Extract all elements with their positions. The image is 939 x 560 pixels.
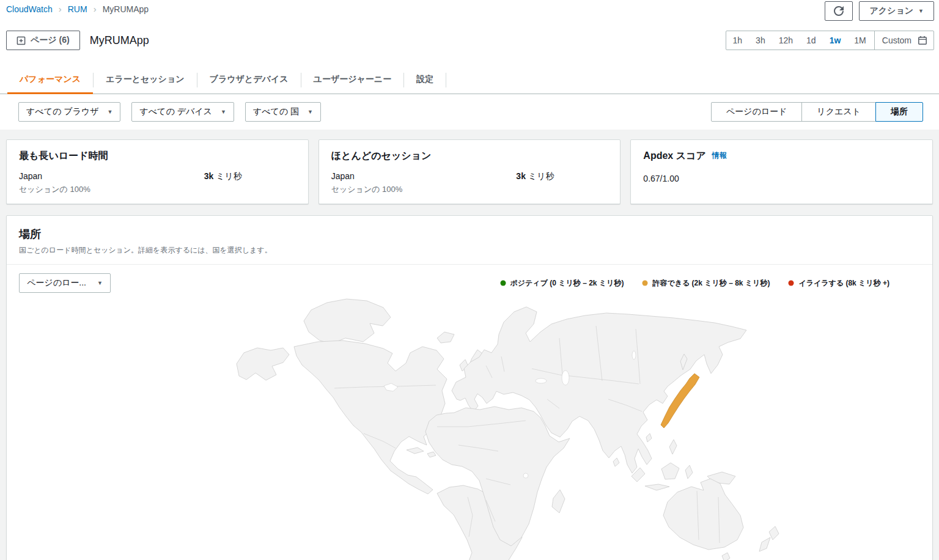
card-longest-load-time: 最も長いロード時間 Japan 3k ミリ秒 セッションの 100% — [6, 139, 309, 204]
world-map[interactable] — [180, 295, 801, 560]
apdex-title: Apdex スコア — [643, 150, 705, 161]
breadcrumb-link-rum[interactable]: RUM — [68, 4, 87, 14]
refresh-button[interactable] — [825, 1, 853, 21]
card-title: 最も長いロード時間 — [19, 150, 296, 163]
load-time-value: 3k — [204, 171, 214, 181]
actions-button[interactable]: アクション ▼ — [859, 1, 934, 21]
time-range-1m[interactable]: 1M — [847, 35, 872, 45]
tab-errors-sessions[interactable]: エラーとセッション — [94, 66, 197, 94]
view-toggle: ページのロード リクエスト 場所 — [711, 102, 923, 122]
pages-button-label: ページ (6) — [31, 35, 70, 46]
time-range-1d[interactable]: 1d — [800, 35, 823, 45]
legend-item-frustrating: イライラする (8k ミリ秒 +) — [788, 278, 889, 289]
breadcrumb-separator-icon: › — [59, 4, 62, 14]
device-filter-label: すべての デバイス — [139, 106, 212, 117]
breadcrumb-separator-icon: › — [94, 4, 97, 14]
actions-button-label: アクション — [869, 6, 913, 17]
caret-down-icon: ▼ — [221, 109, 226, 115]
time-range-custom[interactable]: Custom — [876, 35, 916, 45]
caret-down-icon: ▼ — [108, 109, 113, 115]
metric-dropdown-label: ページのロー... — [27, 278, 86, 289]
legend-dot-positive-icon — [500, 281, 506, 286]
locations-title: 場所 — [19, 227, 920, 241]
filter-row: すべての ブラウザ ▼ すべての デバイス ▼ すべての 国 ▼ ページのロード… — [0, 94, 939, 130]
pages-button[interactable]: ページ (6) — [6, 31, 80, 50]
content-area: 最も長いロード時間 Japan 3k ミリ秒 セッションの 100% ほとんどの… — [0, 130, 939, 560]
legend-label-frustrating: イライラする (8k ミリ秒 +) — [798, 278, 889, 289]
time-range-1h[interactable]: 1h — [726, 35, 749, 45]
map-controls-row: ページのロー... ▼ ポジティブ (0 ミリ秒 – 2k ミリ秒) 許容できる… — [7, 265, 932, 293]
tab-bar: パフォーマンス エラーとセッション ブラウザとデバイス ユーザージャーニー 設定 — [0, 66, 939, 94]
device-filter-dropdown[interactable]: すべての デバイス ▼ — [131, 102, 234, 122]
time-range-selector: 1h 3h 12h 1d 1w 1M Custom — [726, 31, 934, 50]
country-label: Japan — [331, 171, 355, 181]
page-title: MyRUMApp — [90, 34, 149, 47]
sessions-percent: セッションの 100% — [19, 184, 296, 195]
tab-browsers-devices[interactable]: ブラウザとデバイス — [197, 66, 301, 94]
apdex-value: 0.67/1.00 — [643, 174, 920, 183]
card-most-sessions: ほとんどのセッション Japan 3k ミリ秒 セッションの 100% — [319, 139, 621, 204]
view-toggle-locations[interactable]: 場所 — [875, 102, 923, 122]
country-label: Japan — [19, 171, 42, 181]
breadcrumb-link-cloudwatch[interactable]: CloudWatch — [6, 4, 53, 14]
country-filter-label: すべての 国 — [253, 106, 299, 117]
view-toggle-requests[interactable]: リクエスト — [801, 102, 876, 122]
browser-filter-label: すべての ブラウザ — [26, 106, 99, 117]
topbar-actions: アクション ▼ — [825, 1, 934, 21]
locations-subtitle: 国ごとのロード時間とセッション。詳細を表示するには、国を選択します。 — [19, 245, 920, 256]
caret-down-icon: ▼ — [307, 109, 313, 115]
time-range-1w[interactable]: 1w — [823, 35, 848, 45]
time-range-divider — [874, 31, 875, 50]
time-range-12h[interactable]: 12h — [772, 35, 800, 45]
locations-header: 場所 国ごとのロード時間とセッション。詳細を表示するには、国を選択します。 — [7, 216, 932, 265]
legend-dot-frustrating-icon — [789, 281, 794, 286]
locations-section: 場所 国ごとのロード時間とセッション。詳細を表示するには、国を選択します。 ペー… — [6, 215, 933, 560]
breadcrumb-current: MyRUMApp — [103, 4, 149, 14]
view-toggle-page-load[interactable]: ページのロード — [711, 102, 803, 122]
tab-user-journey[interactable]: ユーザージャーニー — [301, 66, 404, 94]
caret-down-icon: ▼ — [97, 281, 103, 286]
browser-filter-dropdown[interactable]: すべての ブラウザ ▼ — [18, 102, 120, 122]
card-title: Apdex スコア情報 — [643, 150, 920, 163]
apdex-legend: ポジティブ (0 ミリ秒 – 2k ミリ秒) 許容できる (2k ミリ秒 – 8… — [500, 278, 890, 289]
load-time-unit: ミリ秒 — [528, 171, 554, 181]
pages-icon — [17, 36, 26, 45]
load-time-value: 3k — [516, 171, 526, 181]
card-title: ほとんどのセッション — [331, 150, 608, 163]
tab-divider — [446, 73, 446, 87]
custom-range-calendar-button[interactable] — [916, 35, 933, 45]
top-bar: CloudWatch › RUM › MyRUMApp アクション ▼ — [0, 0, 939, 22]
caret-down-icon: ▼ — [918, 9, 924, 14]
legend-item-positive: ポジティブ (0 ミリ秒 – 2k ミリ秒) — [500, 278, 624, 289]
time-range-3h[interactable]: 3h — [749, 35, 772, 45]
card-apdex-score: Apdex スコア情報 0.67/1.00 — [630, 139, 933, 204]
metric-dropdown[interactable]: ページのロー... ▼ — [19, 273, 111, 293]
legend-label-tolerable: 許容できる (2k ミリ秒 – 8k ミリ秒) — [652, 278, 770, 289]
country-filter-dropdown[interactable]: すべての 国 ▼ — [245, 102, 321, 122]
breadcrumb: CloudWatch › RUM › MyRUMApp — [6, 1, 149, 14]
calendar-icon — [918, 35, 927, 45]
header-row: ページ (6) MyRUMApp 1h 3h 12h 1d 1w 1M Cust… — [6, 29, 934, 51]
legend-label-positive: ポジティブ (0 ミリ秒 – 2k ミリ秒) — [510, 278, 624, 289]
refresh-icon — [834, 6, 844, 16]
load-time-unit: ミリ秒 — [216, 171, 242, 181]
map-landmasses[interactable] — [237, 299, 779, 560]
sessions-percent: セッションの 100% — [331, 184, 608, 195]
summary-cards-row: 最も長いロード時間 Japan 3k ミリ秒 セッションの 100% ほとんどの… — [6, 139, 933, 204]
tab-settings[interactable]: 設定 — [404, 66, 446, 94]
tab-performance[interactable]: パフォーマンス — [7, 66, 93, 94]
legend-item-tolerable: 許容できる (2k ミリ秒 – 8k ミリ秒) — [642, 278, 770, 289]
info-link[interactable]: 情報 — [712, 151, 727, 160]
legend-dot-tolerable-icon — [643, 281, 648, 286]
